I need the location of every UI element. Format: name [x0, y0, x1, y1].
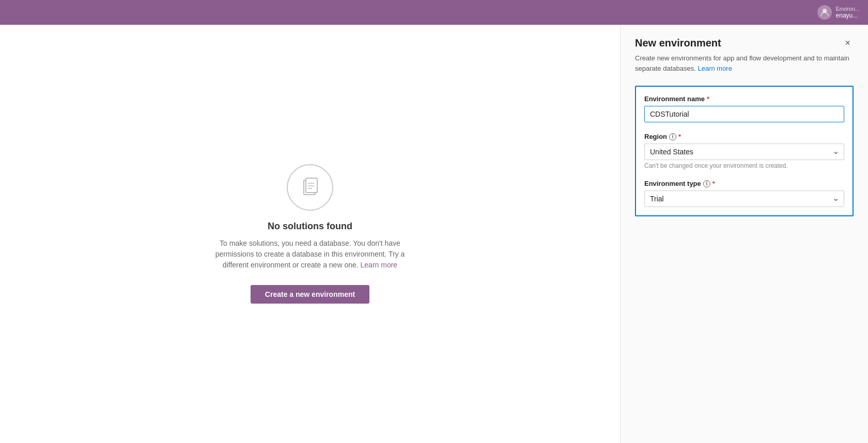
env-type-label: Environment type i *: [644, 180, 844, 187]
header-user[interactable]: Environ... enayu...: [817, 5, 860, 20]
side-panel-header: New environment ×: [635, 37, 854, 49]
side-panel-title: New environment: [635, 37, 721, 49]
region-group: Region i * United States Europe Asia Aus…: [644, 133, 844, 169]
main-area: No solutions found To make solutions, yo…: [0, 25, 868, 443]
region-info-icon[interactable]: i: [669, 133, 676, 140]
env-type-required: *: [712, 180, 715, 187]
side-panel-learn-more-link[interactable]: Learn more: [698, 65, 732, 72]
close-button[interactable]: ×: [842, 37, 854, 49]
side-panel-description: Create new environments for app and flow…: [635, 53, 854, 73]
region-select-wrapper: United States Europe Asia Australia Cana…: [644, 144, 844, 160]
no-solutions-description: To make solutions, you need a database. …: [202, 238, 419, 271]
env-name-input[interactable]: [644, 106, 844, 122]
env-type-select[interactable]: Trial Production Sandbox: [644, 191, 844, 207]
env-type-group: Environment type i * Trial Production Sa…: [644, 180, 844, 207]
region-label: Region i *: [644, 133, 844, 140]
no-solutions-title: No solutions found: [268, 221, 352, 232]
learn-more-link[interactable]: Learn more: [361, 261, 398, 269]
env-type-info-icon[interactable]: i: [703, 180, 710, 187]
header-user-name: enayu...: [836, 12, 858, 19]
region-required: *: [678, 133, 681, 140]
header-bar: Environ... enayu...: [0, 0, 868, 25]
region-hint: Can't be changed once your environment i…: [644, 162, 844, 169]
side-panel: New environment × Create new environment…: [620, 25, 868, 443]
env-name-label: Environment name *: [644, 95, 844, 103]
no-solutions-icon: [287, 164, 333, 211]
env-name-required: *: [707, 95, 709, 103]
center-content: No solutions found To make solutions, yo…: [0, 25, 620, 443]
env-name-group: Environment name *: [644, 95, 844, 122]
header-env-label: Environ...: [836, 6, 860, 12]
form-section: Environment name * Region i * United Sta…: [635, 86, 854, 216]
svg-rect-2: [306, 178, 317, 193]
env-type-select-wrapper: Trial Production Sandbox: [644, 191, 844, 207]
create-new-environment-button[interactable]: Create a new environment: [251, 285, 369, 304]
region-select[interactable]: United States Europe Asia Australia Cana…: [644, 144, 844, 160]
header-user-info: Environ... enayu...: [836, 6, 860, 19]
user-avatar-icon: [817, 5, 832, 20]
